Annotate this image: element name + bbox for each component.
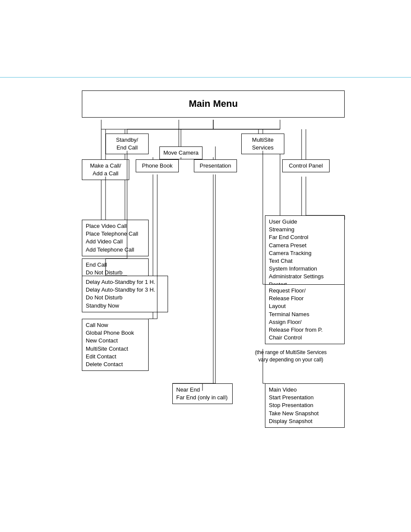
diagram-wrapper: Main Menu Standby/ End Call Move Camera … xyxy=(26,90,388,487)
presentation-box: Presentation xyxy=(194,159,237,172)
make-a-call-box: Make a Call/ Add a Call xyxy=(82,159,129,180)
multisite-services-box: MultiSite Services xyxy=(241,134,284,154)
move-camera-box: Move Camera xyxy=(159,146,202,159)
multisite-floor-box: Request Floor/ Release Floor Layout Term… xyxy=(265,284,345,344)
main-menu-box: Main Menu xyxy=(82,90,345,118)
standby-options-box: Delay Auto-Standby for 1 H. Delay Auto-S… xyxy=(82,276,168,312)
near-far-end-box: Near End Far End (only in call) xyxy=(172,383,233,404)
phone-book-options-box: Call Now Global Phone Book New Contact M… xyxy=(82,319,149,371)
call-options-box: Place Video Call Place Telephone Call Ad… xyxy=(82,220,149,256)
multisite-note: (the range of MultiSite Services vary de… xyxy=(237,349,345,364)
control-panel-box: Control Panel xyxy=(282,159,330,172)
standby-end-call-box: Standby/ End Call xyxy=(106,134,149,154)
top-bar xyxy=(0,0,411,78)
phone-book-box: Phone Book xyxy=(136,159,179,172)
control-panel-options-box: User Guide Streaming Far End Control Cam… xyxy=(265,215,345,291)
presentation-options-box: Main Video Start Presentation Stop Prese… xyxy=(265,383,345,428)
diagram-container: Main Menu Standby/ End Call Move Camera … xyxy=(0,78,411,504)
